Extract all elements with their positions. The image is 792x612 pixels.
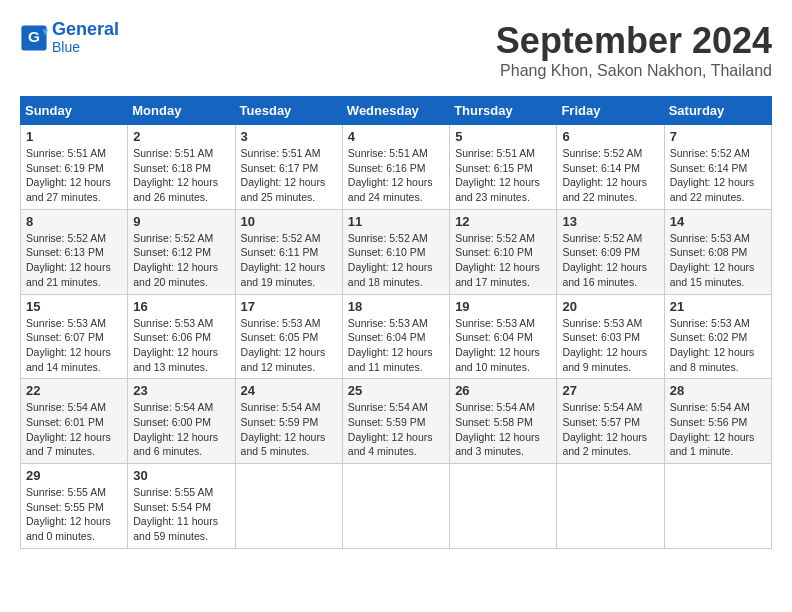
header-friday: Friday <box>557 97 664 125</box>
day-number: 11 <box>348 214 444 229</box>
day-number: 9 <box>133 214 229 229</box>
calendar-cell: 14 Sunrise: 5:53 AMSunset: 6:08 PMDaylig… <box>664 209 771 294</box>
calendar-cell: 13 Sunrise: 5:52 AMSunset: 6:09 PMDaylig… <box>557 209 664 294</box>
month-title: September 2024 <box>496 20 772 62</box>
calendar-cell: 15 Sunrise: 5:53 AMSunset: 6:07 PMDaylig… <box>21 294 128 379</box>
location-title: Phang Khon, Sakon Nakhon, Thailand <box>496 62 772 80</box>
day-number: 1 <box>26 129 122 144</box>
day-detail: Sunrise: 5:51 AMSunset: 6:15 PMDaylight:… <box>455 147 540 203</box>
day-number: 14 <box>670 214 766 229</box>
day-number: 21 <box>670 299 766 314</box>
day-detail: Sunrise: 5:54 AMSunset: 6:01 PMDaylight:… <box>26 401 111 457</box>
day-number: 30 <box>133 468 229 483</box>
day-number: 16 <box>133 299 229 314</box>
day-detail: Sunrise: 5:54 AMSunset: 5:59 PMDaylight:… <box>348 401 433 457</box>
day-detail: Sunrise: 5:53 AMSunset: 6:06 PMDaylight:… <box>133 317 218 373</box>
calendar-cell: 16 Sunrise: 5:53 AMSunset: 6:06 PMDaylig… <box>128 294 235 379</box>
calendar-cell: 20 Sunrise: 5:53 AMSunset: 6:03 PMDaylig… <box>557 294 664 379</box>
header-sunday: Sunday <box>21 97 128 125</box>
day-number: 22 <box>26 383 122 398</box>
day-number: 28 <box>670 383 766 398</box>
calendar-cell <box>664 464 771 549</box>
day-detail: Sunrise: 5:52 AMSunset: 6:14 PMDaylight:… <box>562 147 647 203</box>
week-row-5: 29 Sunrise: 5:55 AMSunset: 5:55 PMDaylig… <box>21 464 772 549</box>
day-number: 25 <box>348 383 444 398</box>
day-detail: Sunrise: 5:54 AMSunset: 5:56 PMDaylight:… <box>670 401 755 457</box>
page-header: G General Blue September 2024 Phang Khon… <box>20 20 772 80</box>
day-detail: Sunrise: 5:53 AMSunset: 6:02 PMDaylight:… <box>670 317 755 373</box>
day-detail: Sunrise: 5:52 AMSunset: 6:13 PMDaylight:… <box>26 232 111 288</box>
calendar-cell: 2 Sunrise: 5:51 AMSunset: 6:18 PMDayligh… <box>128 125 235 210</box>
calendar-cell: 11 Sunrise: 5:52 AMSunset: 6:10 PMDaylig… <box>342 209 449 294</box>
calendar-cell: 6 Sunrise: 5:52 AMSunset: 6:14 PMDayligh… <box>557 125 664 210</box>
day-detail: Sunrise: 5:52 AMSunset: 6:12 PMDaylight:… <box>133 232 218 288</box>
day-number: 24 <box>241 383 337 398</box>
day-number: 19 <box>455 299 551 314</box>
day-number: 13 <box>562 214 658 229</box>
calendar-cell: 18 Sunrise: 5:53 AMSunset: 6:04 PMDaylig… <box>342 294 449 379</box>
logo-text: General <box>52 20 119 40</box>
calendar-cell: 5 Sunrise: 5:51 AMSunset: 6:15 PMDayligh… <box>450 125 557 210</box>
calendar-cell: 21 Sunrise: 5:53 AMSunset: 6:02 PMDaylig… <box>664 294 771 379</box>
calendar-cell: 12 Sunrise: 5:52 AMSunset: 6:10 PMDaylig… <box>450 209 557 294</box>
svg-text:G: G <box>28 28 40 45</box>
day-detail: Sunrise: 5:52 AMSunset: 6:11 PMDaylight:… <box>241 232 326 288</box>
calendar-cell: 10 Sunrise: 5:52 AMSunset: 6:11 PMDaylig… <box>235 209 342 294</box>
title-section: September 2024 Phang Khon, Sakon Nakhon,… <box>496 20 772 80</box>
calendar-cell: 30 Sunrise: 5:55 AMSunset: 5:54 PMDaylig… <box>128 464 235 549</box>
day-detail: Sunrise: 5:51 AMSunset: 6:17 PMDaylight:… <box>241 147 326 203</box>
calendar-cell: 7 Sunrise: 5:52 AMSunset: 6:14 PMDayligh… <box>664 125 771 210</box>
day-number: 5 <box>455 129 551 144</box>
logo: G General Blue <box>20 20 119 55</box>
week-row-2: 8 Sunrise: 5:52 AMSunset: 6:13 PMDayligh… <box>21 209 772 294</box>
calendar-cell: 4 Sunrise: 5:51 AMSunset: 6:16 PMDayligh… <box>342 125 449 210</box>
day-number: 23 <box>133 383 229 398</box>
header-monday: Monday <box>128 97 235 125</box>
calendar-cell: 28 Sunrise: 5:54 AMSunset: 5:56 PMDaylig… <box>664 379 771 464</box>
day-detail: Sunrise: 5:51 AMSunset: 6:18 PMDaylight:… <box>133 147 218 203</box>
day-detail: Sunrise: 5:53 AMSunset: 6:04 PMDaylight:… <box>348 317 433 373</box>
calendar-cell: 1 Sunrise: 5:51 AMSunset: 6:19 PMDayligh… <box>21 125 128 210</box>
day-number: 26 <box>455 383 551 398</box>
day-detail: Sunrise: 5:52 AMSunset: 6:09 PMDaylight:… <box>562 232 647 288</box>
calendar-cell <box>557 464 664 549</box>
day-detail: Sunrise: 5:52 AMSunset: 6:10 PMDaylight:… <box>348 232 433 288</box>
day-number: 15 <box>26 299 122 314</box>
day-number: 17 <box>241 299 337 314</box>
week-row-3: 15 Sunrise: 5:53 AMSunset: 6:07 PMDaylig… <box>21 294 772 379</box>
calendar-cell: 17 Sunrise: 5:53 AMSunset: 6:05 PMDaylig… <box>235 294 342 379</box>
calendar-cell: 22 Sunrise: 5:54 AMSunset: 6:01 PMDaylig… <box>21 379 128 464</box>
days-header-row: SundayMondayTuesdayWednesdayThursdayFrid… <box>21 97 772 125</box>
day-detail: Sunrise: 5:54 AMSunset: 6:00 PMDaylight:… <box>133 401 218 457</box>
calendar-cell: 29 Sunrise: 5:55 AMSunset: 5:55 PMDaylig… <box>21 464 128 549</box>
day-detail: Sunrise: 5:54 AMSunset: 5:59 PMDaylight:… <box>241 401 326 457</box>
day-detail: Sunrise: 5:53 AMSunset: 6:03 PMDaylight:… <box>562 317 647 373</box>
day-detail: Sunrise: 5:53 AMSunset: 6:05 PMDaylight:… <box>241 317 326 373</box>
day-number: 10 <box>241 214 337 229</box>
day-detail: Sunrise: 5:55 AMSunset: 5:55 PMDaylight:… <box>26 486 111 542</box>
day-detail: Sunrise: 5:55 AMSunset: 5:54 PMDaylight:… <box>133 486 218 542</box>
day-number: 2 <box>133 129 229 144</box>
header-thursday: Thursday <box>450 97 557 125</box>
day-number: 6 <box>562 129 658 144</box>
calendar-cell: 19 Sunrise: 5:53 AMSunset: 6:04 PMDaylig… <box>450 294 557 379</box>
calendar-cell <box>235 464 342 549</box>
week-row-1: 1 Sunrise: 5:51 AMSunset: 6:19 PMDayligh… <box>21 125 772 210</box>
calendar-cell: 27 Sunrise: 5:54 AMSunset: 5:57 PMDaylig… <box>557 379 664 464</box>
day-detail: Sunrise: 5:54 AMSunset: 5:58 PMDaylight:… <box>455 401 540 457</box>
calendar-cell: 24 Sunrise: 5:54 AMSunset: 5:59 PMDaylig… <box>235 379 342 464</box>
day-detail: Sunrise: 5:51 AMSunset: 6:19 PMDaylight:… <box>26 147 111 203</box>
calendar-cell <box>342 464 449 549</box>
day-detail: Sunrise: 5:54 AMSunset: 5:57 PMDaylight:… <box>562 401 647 457</box>
calendar-cell: 23 Sunrise: 5:54 AMSunset: 6:00 PMDaylig… <box>128 379 235 464</box>
calendar-cell <box>450 464 557 549</box>
day-detail: Sunrise: 5:53 AMSunset: 6:08 PMDaylight:… <box>670 232 755 288</box>
day-detail: Sunrise: 5:53 AMSunset: 6:07 PMDaylight:… <box>26 317 111 373</box>
day-number: 8 <box>26 214 122 229</box>
day-number: 18 <box>348 299 444 314</box>
header-saturday: Saturday <box>664 97 771 125</box>
day-detail: Sunrise: 5:52 AMSunset: 6:10 PMDaylight:… <box>455 232 540 288</box>
day-number: 20 <box>562 299 658 314</box>
week-row-4: 22 Sunrise: 5:54 AMSunset: 6:01 PMDaylig… <box>21 379 772 464</box>
day-number: 7 <box>670 129 766 144</box>
